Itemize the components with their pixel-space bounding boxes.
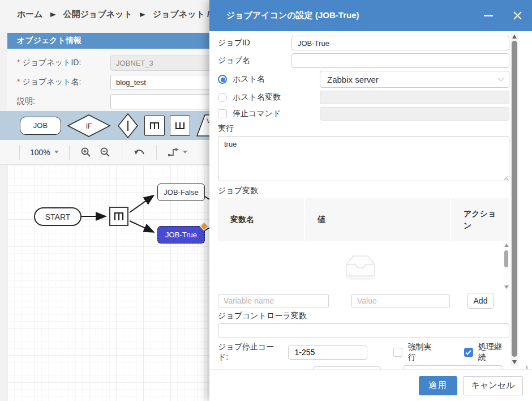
controller-var-label: ジョブコントローラ変数 — [218, 311, 509, 321]
required-asterisk: * — [17, 58, 20, 67]
column-header-action: アクション — [451, 198, 509, 241]
scroll-down-icon[interactable] — [504, 285, 509, 289]
parallel-start-icon-tool[interactable] — [144, 116, 165, 136]
job-icon-settings-dialog: ジョブアイコンの設定 (JOB-True) ジョブID ジョブ名 ホスト名 Za… — [209, 0, 532, 401]
job-id-input[interactable] — [291, 36, 509, 50]
parallel-end-icon-tool[interactable] — [170, 116, 190, 136]
host-name-row: ホスト名 Zabbix server — [218, 71, 509, 88]
host-var-row: ホスト名変数 — [218, 91, 509, 104]
chevron-down-icon — [497, 75, 504, 81]
stop-command-checkbox[interactable] — [218, 109, 227, 118]
toolbar-divider — [19, 145, 20, 160]
scroll-thumb[interactable] — [512, 41, 517, 357]
undo-icon — [133, 147, 145, 157]
stop-command-label: 停止コマンド — [233, 109, 281, 119]
host-select[interactable]: Zabbix server — [320, 71, 509, 88]
job-id-row: ジョブID — [218, 36, 509, 50]
breadcrumb-arrow-icon — [50, 11, 57, 19]
breadcrumb: ホーム 公開ジョブネット ジョブネット / — [17, 9, 209, 20]
exec-label: 実行 — [218, 123, 509, 134]
zoom-in-icon — [80, 147, 92, 158]
jobnet-name-label: *ジョブネット名: — [17, 77, 110, 87]
zoom-out-button[interactable] — [96, 147, 115, 158]
scroll-down-icon[interactable] — [512, 360, 517, 364]
force-exec-label: 強制実行 — [407, 342, 439, 362]
description-label: 説明: — [17, 96, 110, 106]
breadcrumb-arrow-icon — [139, 11, 146, 19]
svg-text:IF: IF — [86, 122, 92, 130]
add-button[interactable]: Add — [467, 293, 494, 309]
continue-checkbox[interactable] — [464, 348, 473, 357]
host-var-radio[interactable] — [218, 93, 227, 102]
empty-state — [218, 241, 503, 291]
table-header-row: 変数名 値 アクション — [218, 198, 509, 241]
variable-name-input[interactable] — [218, 294, 329, 308]
node-parallel-start[interactable] — [109, 207, 128, 226]
zoom-in-button[interactable] — [76, 147, 96, 158]
controller-var-input[interactable] — [218, 323, 509, 338]
stop-code-input[interactable] — [288, 345, 367, 360]
continue-label: 処理継続 — [478, 342, 509, 362]
parallel-start-glyph-icon — [112, 210, 126, 223]
timeout-row: タイムアウト警告(分): 警告のみ — [218, 365, 509, 369]
job-icon-tool[interactable]: JOB — [20, 117, 61, 135]
column-header-value: 値 — [305, 198, 450, 241]
node-job-true[interactable]: JOB-True — [157, 226, 205, 244]
node-job-true-label: JOB-True — [165, 231, 197, 239]
timeout-mode-select[interactable]: 警告のみ — [404, 365, 503, 369]
undo-button[interactable] — [129, 147, 149, 157]
parallel-end-glyph-icon — [174, 120, 186, 132]
node-job-false[interactable]: JOB-False — [157, 184, 205, 201]
dialog-footer: 適用 キャンセル — [209, 369, 532, 401]
connector-style-dropdown[interactable] — [164, 147, 191, 158]
host-name-radio[interactable] — [218, 75, 227, 84]
dialog-titlebar: ジョブアイコンの設定 (JOB-True) — [209, 0, 532, 31]
force-exec-checkbox[interactable] — [393, 348, 402, 357]
stop-command-input — [320, 107, 509, 121]
table-scrollbar[interactable] — [503, 242, 509, 290]
job-name-input[interactable] — [291, 53, 509, 68]
scroll-thumb[interactable] — [504, 250, 508, 267]
toolbar-divider — [122, 145, 122, 160]
minimize-icon[interactable] — [484, 15, 493, 16]
if-icon-tool[interactable]: IF — [66, 114, 111, 138]
parallel-start-glyph-icon — [148, 120, 161, 132]
host-var-label: ホスト名変数 — [233, 92, 281, 103]
breadcrumb-home[interactable]: ホーム — [17, 9, 43, 20]
host-var-input — [320, 91, 509, 104]
breadcrumb-jobnet[interactable]: ジョブネット / — [153, 9, 209, 20]
stop-code-row: ジョブ停止コード: 強制実行 処理継続 — [218, 342, 509, 362]
apply-button[interactable]: 適用 — [419, 376, 457, 395]
required-asterisk: * — [17, 77, 20, 86]
empty-inbox-icon — [340, 251, 381, 281]
table-empty-body — [218, 241, 509, 291]
zoom-level-dropdown[interactable]: 100% — [27, 148, 62, 157]
stop-command-row: 停止コマンド — [218, 107, 509, 121]
column-header-variable-name: 変数名 — [218, 198, 304, 241]
job-name-label: ジョブ名 — [218, 56, 291, 66]
breadcrumb-public-jobnet[interactable]: 公開ジョブネット — [63, 9, 132, 20]
host-select-value: Zabbix server — [327, 75, 379, 84]
scroll-up-icon[interactable] — [512, 35, 517, 39]
force-exec-group: 強制実行 — [393, 342, 439, 362]
host-name-label: ホスト名 — [233, 74, 265, 84]
toolbar-divider — [69, 145, 70, 160]
zoom-out-icon — [100, 147, 111, 158]
toolbar-divider — [156, 145, 157, 160]
if-end-icon-tool[interactable] — [117, 113, 139, 139]
cancel-button[interactable]: キャンセル — [463, 376, 523, 395]
exec-textarea[interactable]: true — [218, 136, 509, 181]
close-icon[interactable] — [513, 11, 522, 20]
dialog-title: ジョブアイコンの設定 (JOB-True) — [226, 10, 484, 21]
chevron-down-icon — [54, 151, 59, 153]
continue-group: 処理継続 — [464, 342, 509, 362]
node-start[interactable]: START — [34, 207, 81, 226]
job-name-row: ジョブ名 — [218, 53, 509, 68]
add-variable-row: Add — [218, 293, 509, 309]
dialog-scrollbar[interactable] — [510, 33, 518, 366]
check-icon — [465, 350, 471, 355]
value-input[interactable] — [351, 294, 450, 308]
job-variables-label: ジョブ変数 — [218, 186, 509, 196]
connector-icon — [168, 147, 180, 158]
scroll-up-icon[interactable] — [504, 244, 509, 247]
